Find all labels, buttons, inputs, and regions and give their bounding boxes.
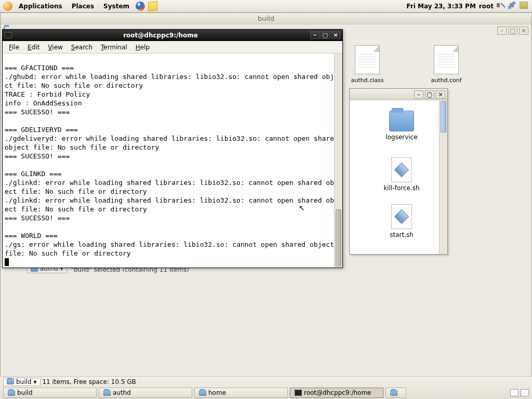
task-extra[interactable] xyxy=(385,388,406,398)
file-label: authd.class xyxy=(351,77,384,84)
gnome-bottom-panel: build ▾ 11 items, Free space: 10.5 GB bu… xyxy=(0,376,532,399)
menu-places[interactable]: Places xyxy=(68,2,98,11)
maximize-button[interactable]: ▢ xyxy=(508,26,517,35)
distro-icon[interactable] xyxy=(2,1,14,12)
folder-icon xyxy=(8,390,15,396)
terminal-icon xyxy=(295,390,302,396)
menu-terminal[interactable]: Terminal xyxy=(97,43,131,52)
user-menu[interactable]: root xyxy=(479,3,494,10)
chevron-down-icon: ▾ xyxy=(34,378,37,385)
file-label: authd.conf xyxy=(431,77,461,84)
menu-help[interactable]: Help xyxy=(131,43,154,52)
minimize-button[interactable]: – xyxy=(414,90,423,99)
terminal-body[interactable]: === GFACTIOND === ./ghubd: error while l… xyxy=(3,54,342,268)
menu-file[interactable]: File xyxy=(5,43,23,52)
maximize-button[interactable]: ▢ xyxy=(425,90,434,99)
terminal-titlebar[interactable]: root@dhcppc9:/home – ▢ × xyxy=(3,30,342,41)
task-label: root@dhcppc9:/home xyxy=(304,389,371,396)
close-button[interactable]: × xyxy=(436,90,445,99)
task-label: authd xyxy=(113,389,131,396)
terminal-menubar: File Edit View Search Terminal Help xyxy=(3,41,342,54)
close-button[interactable]: × xyxy=(519,26,528,35)
terminal-icon xyxy=(5,32,12,38)
task-authd[interactable]: authd xyxy=(99,388,192,398)
task-build[interactable]: build xyxy=(3,388,97,398)
menu-applications[interactable]: Applications xyxy=(15,2,66,11)
firefox-icon[interactable] xyxy=(135,1,146,12)
scrollbar[interactable] xyxy=(334,54,342,268)
task-label: build xyxy=(17,389,33,396)
battery-icon[interactable] xyxy=(520,2,528,10)
menu-search[interactable]: Search xyxy=(67,43,97,52)
location-label: build xyxy=(16,378,32,385)
nautilus-build-title: build xyxy=(258,15,274,22)
gnome-terminal-window: root@dhcppc9:/home – ▢ × File Edit View … xyxy=(2,29,343,268)
clock[interactable]: Fri May 23, 3:33 PM xyxy=(406,3,476,10)
notes-icon[interactable] xyxy=(147,1,158,12)
menu-edit[interactable]: Edit xyxy=(23,43,44,52)
nautilus-small-content[interactable]: logservice kill-force.sh start.sh xyxy=(350,100,447,254)
volume-icon[interactable] xyxy=(497,2,505,10)
folder-logservice[interactable]: logservice xyxy=(365,111,438,141)
folder-icon xyxy=(199,390,206,396)
folder-icon xyxy=(7,379,14,384)
trash-icon[interactable] xyxy=(521,389,529,396)
menu-system[interactable]: System xyxy=(99,2,134,11)
gnome-top-panel: Applications Places System Fri May 23, 3… xyxy=(0,0,532,12)
minimize-button[interactable]: – xyxy=(497,26,507,35)
task-home[interactable]: home xyxy=(194,388,288,398)
script-icon xyxy=(391,204,412,229)
folder-icon xyxy=(103,390,111,396)
minimize-button[interactable]: – xyxy=(310,31,320,39)
script-icon xyxy=(391,157,412,182)
nautilus-small-window: – ▢ × logservice kill-force.sh start.sh xyxy=(349,88,448,255)
network-icon[interactable] xyxy=(508,2,516,10)
location-button[interactable]: build ▾ xyxy=(3,378,41,386)
maximize-button[interactable]: ▢ xyxy=(321,31,330,39)
close-button[interactable]: × xyxy=(331,31,340,39)
folder-icon xyxy=(389,111,414,131)
nautilus-build-titlebar[interactable]: build – ▢ × xyxy=(1,13,531,24)
statusbar-text: 11 items, Free space: 10.5 GB xyxy=(42,378,136,385)
terminal-title: root@dhcppc9:/home xyxy=(12,32,309,39)
item-label: kill-force.sh xyxy=(383,184,419,192)
scrollbar[interactable] xyxy=(439,100,447,254)
file-start-sh[interactable]: start.sh xyxy=(365,204,438,238)
item-label: logservice xyxy=(385,134,417,141)
file-authd-class[interactable]: authd.class xyxy=(341,45,393,84)
task-terminal[interactable]: root@dhcppc9:/home xyxy=(290,388,383,398)
workspace-switcher[interactable] xyxy=(510,389,518,396)
file-kill-force-sh[interactable]: kill-force.sh xyxy=(365,157,438,192)
item-label: start.sh xyxy=(390,231,414,238)
task-label: home xyxy=(208,389,226,396)
menu-view[interactable]: View xyxy=(44,43,66,52)
file-authd-conf[interactable]: authd.conf xyxy=(420,45,472,84)
folder-icon xyxy=(390,390,397,396)
terminal-cursor xyxy=(5,258,9,266)
terminal-output: === GFACTIOND === ./ghubd: error while l… xyxy=(5,64,342,257)
